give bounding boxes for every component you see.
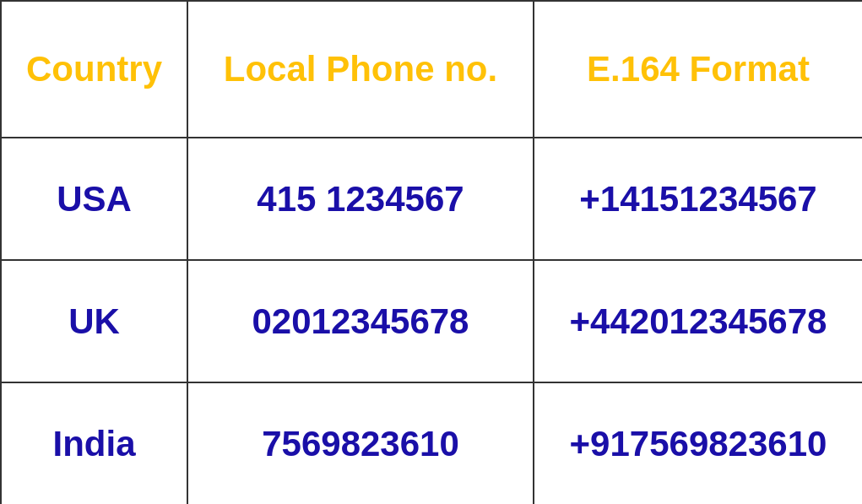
table-row: USA 415 1234567 +14151234567 xyxy=(1,138,862,260)
header-local-phone: Local Phone no. xyxy=(187,1,534,138)
e164-india: +917569823610 xyxy=(534,382,862,504)
header-country: Country xyxy=(1,1,187,138)
local-phone-usa: 415 1234567 xyxy=(187,138,534,260)
e164-uk: +442012345678 xyxy=(534,260,862,382)
e164-usa: +14151234567 xyxy=(534,138,862,260)
table-row: India 7569823610 +917569823610 xyxy=(1,382,862,504)
country-india: India xyxy=(1,382,187,504)
country-uk: UK xyxy=(1,260,187,382)
header-e164-format: E.164 Format xyxy=(534,1,862,138)
table-row: UK 02012345678 +442012345678 xyxy=(1,260,862,382)
country-usa: USA xyxy=(1,138,187,260)
phone-format-table: Country Local Phone no. E.164 Format USA… xyxy=(0,0,862,504)
local-phone-india: 7569823610 xyxy=(187,382,534,504)
local-phone-uk: 02012345678 xyxy=(187,260,534,382)
